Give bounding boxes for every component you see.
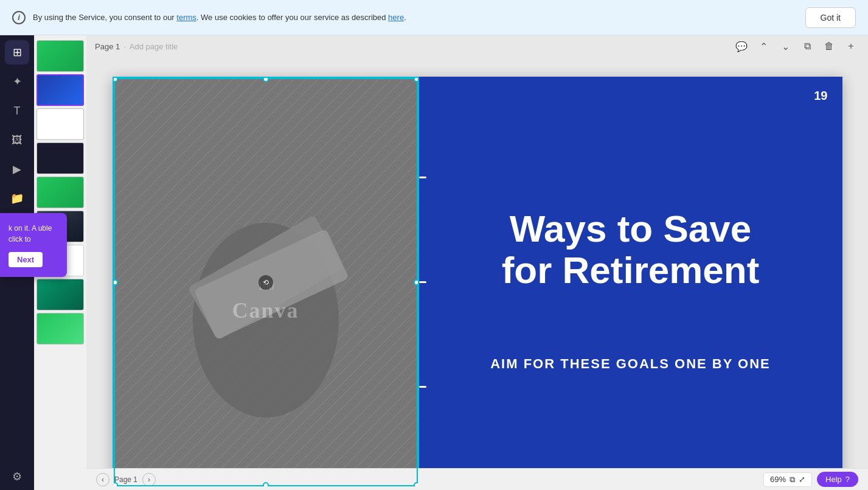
move-down-button[interactable]: ⌄: [777, 38, 794, 55]
help-label: Help: [825, 475, 842, 484]
help-button[interactable]: Help ?: [817, 472, 858, 487]
page-title-input[interactable]: Add page title: [130, 42, 178, 51]
page-thumbnail-9[interactable]: [36, 313, 84, 345]
title-separator: ·: [123, 42, 126, 51]
slide-subtitle[interactable]: AIM FOR THESE GOALS ONE BY ONE: [451, 356, 811, 372]
prev-page-button[interactable]: ‹: [96, 473, 109, 486]
page-label: Page 1: [95, 42, 120, 51]
bottom-left: ‹ Page 1 ›: [96, 473, 156, 486]
divider-handles: [419, 77, 426, 488]
sidebar-icon-folder[interactable]: 📁: [5, 186, 29, 211]
sidebar-icon-settings[interactable]: ⚙: [5, 464, 29, 489]
tutorial-next-button[interactable]: Next: [9, 252, 43, 267]
next-page-button[interactable]: ›: [142, 473, 156, 486]
help-question-icon: ?: [845, 475, 850, 484]
slide-canvas[interactable]: 100 Canva ⟲: [113, 77, 842, 488]
info-icon: i: [12, 11, 26, 24]
page-count-icon: ⧉: [790, 475, 795, 485]
terms-link[interactable]: terms: [176, 13, 196, 22]
page-thumbnail-8[interactable]: [36, 279, 84, 310]
sidebar-icon-media[interactable]: 🖼: [5, 128, 29, 152]
watermark: Canva: [232, 298, 299, 323]
zoom-value: 69%: [770, 475, 786, 484]
bottom-bar: ‹ Page 1 › 69% ⧉ ⤢ Help ?: [86, 468, 868, 490]
add-button[interactable]: +: [842, 38, 859, 55]
main-canvas-area: 100 Canva ⟲: [86, 35, 868, 490]
here-link[interactable]: here: [388, 13, 404, 22]
div-handle-mid[interactable]: [419, 281, 426, 283]
sidebar-icon-elements[interactable]: ⊞: [5, 40, 29, 65]
page-thumbnail-4[interactable]: [36, 142, 84, 174]
cookie-banner: i By using the Service, you consent to o…: [0, 0, 868, 35]
page-thumbnail-2[interactable]: [36, 74, 84, 106]
div-handle-bottom[interactable]: [419, 386, 426, 388]
page-thumbnail-3[interactable]: [36, 108, 84, 140]
div-handle-top[interactable]: [419, 177, 426, 178]
comment-button[interactable]: 💬: [733, 38, 750, 55]
page-thumbnail-1[interactable]: [36, 40, 84, 72]
slide-image-panel[interactable]: 100 Canva ⟲: [113, 77, 419, 488]
tutorial-popup: k on it. A uble click to Next: [0, 213, 67, 277]
image-drag-handle[interactable]: ⟲: [259, 275, 273, 290]
bottom-right: 69% ⧉ ⤢ Help ?: [763, 472, 858, 487]
page-title-bar: Page 1 · Add page title 💬 ⌃ ⌄ ⧉ 🗑 +: [86, 37, 868, 56]
tutorial-text: k on it. A uble click to: [9, 223, 58, 245]
slide-toolbar-right: 💬 ⌃ ⌄ ⧉ 🗑 +: [733, 38, 859, 55]
sidebar-icon-text[interactable]: T: [5, 99, 29, 123]
move-up-button[interactable]: ⌃: [755, 38, 772, 55]
slide-title-block[interactable]: Ways to Save for Retirement: [451, 208, 811, 290]
slide-number: 19: [814, 89, 827, 103]
slide-title-text: Ways to Save for Retirement: [451, 208, 811, 290]
expand-icon: ⤢: [799, 475, 805, 484]
zoom-control[interactable]: 69% ⧉ ⤢: [763, 472, 812, 487]
sidebar-icon-present[interactable]: ▶: [5, 157, 29, 181]
banner-text: By using the Service, you consent to our…: [33, 13, 798, 22]
page-thumbnail-5[interactable]: [36, 177, 84, 208]
delete-button[interactable]: 🗑: [821, 38, 838, 55]
slide-content-panel[interactable]: 19 Ways to Save for Retirement AIM FOR T…: [419, 77, 842, 488]
got-it-button[interactable]: Got it: [805, 7, 856, 28]
sidebar-icon-magic[interactable]: ✦: [5, 69, 29, 94]
duplicate-button[interactable]: ⧉: [799, 38, 816, 55]
page-nav-label: Page 1: [114, 475, 137, 484]
